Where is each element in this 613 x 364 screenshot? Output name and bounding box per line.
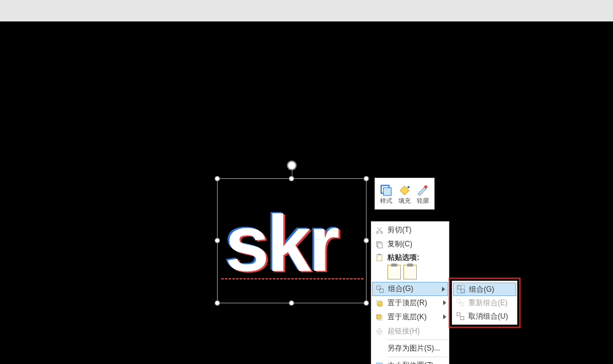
- submenu-regroup[interactable]: 重新组合(E): [452, 296, 517, 309]
- regroup-icon: [455, 297, 466, 308]
- size-position-icon: [374, 360, 385, 365]
- fill-button[interactable]: 填充: [395, 180, 414, 207]
- paste-options: [371, 264, 449, 282]
- resize-handle-mr[interactable]: [364, 238, 369, 243]
- outline-label: 轮廓: [417, 197, 429, 205]
- svg-rect-19: [458, 286, 461, 289]
- group-submenu: 组合(G) 重新组合(E) 取消组合(U): [452, 281, 517, 325]
- menu-bring-front-label: 置于顶层(R): [387, 298, 427, 308]
- svg-rect-23: [460, 303, 463, 306]
- submenu-arrow-icon: [443, 300, 446, 305]
- menu-cut-label: 剪切(T): [387, 225, 411, 235]
- menu-send-back-label: 置于底层(K): [387, 312, 427, 322]
- resize-handle-tl[interactable]: [215, 176, 220, 181]
- fill-label: 填充: [398, 197, 411, 205]
- menu-size-position[interactable]: 大小和位置(Z)...: [371, 358, 449, 364]
- svg-rect-20: [461, 289, 464, 292]
- svg-rect-12: [378, 301, 383, 306]
- submenu-group[interactable]: 组合(G): [453, 282, 516, 296]
- style-label: 样式: [380, 197, 392, 205]
- style-icon: [379, 183, 393, 196]
- skr-white-layer: skr: [225, 199, 337, 288]
- menu-copy-label: 复制(C): [387, 239, 413, 249]
- submenu-regroup-label: 重新组合(E): [468, 298, 508, 308]
- resize-handle-bm[interactable]: [289, 300, 294, 306]
- style-button[interactable]: 样式: [377, 180, 395, 207]
- menu-group-label: 组合(G): [388, 284, 413, 294]
- outline-icon: [416, 183, 430, 196]
- svg-rect-24: [457, 313, 460, 316]
- paste-option-2[interactable]: [403, 265, 417, 279]
- svg-rect-1: [383, 188, 391, 195]
- skr-text[interactable]: skr skr skr: [225, 203, 337, 283]
- submenu-arrow-icon: [443, 314, 446, 319]
- blank-icon: [374, 343, 385, 354]
- menu-paste-label-row: 粘贴选项:: [371, 251, 449, 264]
- menu-send-back[interactable]: 置于底层(K): [371, 310, 449, 324]
- selection-box[interactable]: skr skr skr: [217, 178, 367, 303]
- fill-icon: [398, 183, 411, 196]
- svg-rect-25: [461, 317, 464, 320]
- paste-icon: [374, 252, 385, 263]
- slide-canvas[interactable]: skr skr skr 样式 填充 轮廓: [0, 21, 613, 364]
- svg-point-2: [408, 186, 410, 188]
- svg-rect-22: [457, 300, 460, 303]
- menu-size-position-label: 大小和位置(Z)...: [387, 360, 440, 364]
- resize-handle-ml[interactable]: [215, 238, 220, 243]
- group-icon: [455, 284, 466, 295]
- menu-group[interactable]: 组合(G): [372, 282, 448, 296]
- menu-bring-front[interactable]: 置于顶层(R): [371, 296, 449, 310]
- submenu-highlight-box: 组合(G) 重新组合(E) 取消组合(U): [449, 278, 520, 328]
- submenu-ungroup[interactable]: 取消组合(U): [452, 309, 517, 323]
- menu-save-as-pic-label: 另存为图片(S)...: [387, 343, 440, 354]
- group-icon: [375, 284, 386, 295]
- menu-separator: [387, 339, 447, 340]
- svg-rect-9: [378, 254, 381, 255]
- bring-front-icon: [374, 298, 385, 309]
- rotation-handle[interactable]: [287, 161, 297, 170]
- menu-hyperlink-label: 超链接(H): [387, 326, 420, 336]
- send-back-icon: [374, 312, 385, 323]
- ungroup-icon: [455, 311, 466, 322]
- copy-icon: [374, 239, 385, 250]
- cut-icon: [374, 225, 385, 236]
- resize-handle-br[interactable]: [364, 300, 369, 306]
- outline-button[interactable]: 轮廓: [414, 180, 432, 207]
- hyperlink-icon: [374, 326, 385, 337]
- resize-handle-bl[interactable]: [215, 300, 220, 306]
- menu-copy[interactable]: 复制(C): [371, 237, 449, 251]
- svg-rect-8: [377, 254, 382, 261]
- submenu-ungroup-label: 取消组合(U): [468, 311, 508, 322]
- app-topbar: [0, 0, 613, 21]
- mini-toolbar: 样式 填充 轮廓: [375, 178, 435, 210]
- submenu-group-label: 组合(G): [469, 284, 494, 295]
- menu-save-as-pic[interactable]: 另存为图片(S)...: [371, 341, 449, 355]
- menu-separator: [387, 357, 447, 357]
- submenu-arrow-icon: [442, 287, 445, 292]
- resize-handle-tm[interactable]: [289, 176, 294, 181]
- resize-handle-tr[interactable]: [364, 176, 369, 181]
- menu-cut[interactable]: 剪切(T): [371, 223, 449, 237]
- menu-paste-label: 粘贴选项:: [387, 252, 419, 263]
- menu-hyperlink[interactable]: 超链接(H): [371, 324, 449, 338]
- svg-rect-14: [376, 314, 381, 319]
- svg-rect-7: [378, 243, 383, 248]
- context-menu: 剪切(T) 复制(C) 粘贴选项: 组合(G): [371, 221, 449, 364]
- paste-option-1[interactable]: [387, 265, 401, 279]
- spellcheck-underline: [221, 278, 364, 279]
